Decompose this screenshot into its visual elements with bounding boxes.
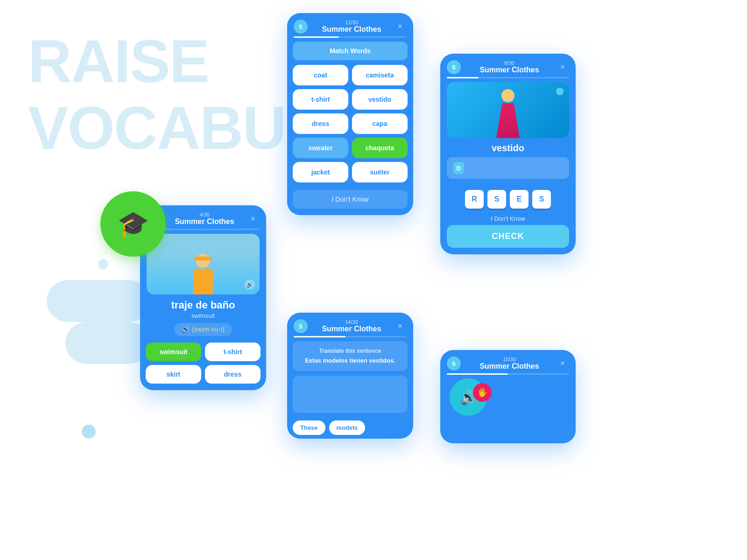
tile-s[interactable]: S (487, 190, 506, 209)
tile-s2[interactable]: S (532, 190, 551, 209)
card5-badge: 5 (447, 357, 461, 371)
dress-person-head (501, 89, 514, 102)
graduation-badge[interactable]: 🎓 (100, 191, 166, 257)
card4-progress: 14/30 (308, 319, 395, 325)
background-text: RAISE VOCABU (28, 28, 285, 161)
card2-progress-fill (294, 36, 339, 38)
deco-dot-1 (98, 259, 108, 269)
card3-dot (556, 88, 564, 95)
person-head (196, 254, 210, 268)
card1-translation: swimsuit (140, 312, 266, 319)
card3-title: Summer Clothes (479, 66, 539, 74)
answers-grid: swimsuit t-shirt skirt dress (140, 343, 266, 390)
spelling-input-area[interactable]: D (447, 157, 569, 179)
chip-models[interactable]: models (329, 420, 366, 435)
answer-tshirt[interactable]: t-shirt (205, 343, 261, 361)
card2-dont-know-button[interactable]: I Don't Know (293, 190, 408, 209)
card3-close-button[interactable]: × (558, 63, 567, 72)
card4-header-center: 14/30 Summer Clothes (308, 319, 395, 333)
match-words-label: Match Words (293, 42, 408, 60)
bg-line1: RAISE (28, 28, 285, 95)
match-jacket[interactable]: jacket (293, 162, 348, 182)
match-coat[interactable]: coat (293, 65, 348, 85)
translate-prompt: Translate this sentence Estas modelos ti… (293, 341, 408, 371)
card3-progress-bar (447, 77, 569, 78)
spelling-card: 5 8/30 Summer Clothes × vestido D R S E … (440, 54, 576, 254)
hand-icon: 🖐 (477, 387, 487, 398)
match-tshirt[interactable]: t-shirt (293, 89, 348, 110)
card1-header-center: 4/30 Summer Clothes (161, 212, 248, 226)
headband (194, 257, 212, 260)
card4-badge: 5 (294, 319, 308, 333)
translate-card: 5 14/30 Summer Clothes × Translate this … (287, 313, 413, 439)
deco-shape-2 (65, 322, 149, 364)
card4-progress-fill (294, 336, 345, 337)
bg-line2: VOCABU (28, 95, 285, 161)
card3-word: vestido (440, 143, 576, 154)
card5-progress-fill (447, 373, 508, 375)
spelling-input[interactable] (468, 164, 563, 172)
match-words-card: 5 12/30 Summer Clothes × Match Words coa… (287, 13, 413, 215)
card1-title: Summer Clothes (175, 217, 234, 225)
check-button[interactable]: CHECK (447, 225, 569, 248)
card3-dont-know-button[interactable]: I Don't Know (440, 215, 576, 222)
chip-these[interactable]: These (293, 420, 325, 435)
answer-area[interactable] (293, 376, 408, 413)
card3-header-center: 8/30 Summer Clothes (461, 60, 558, 74)
card3-header: 5 8/30 Summer Clothes × (440, 54, 576, 77)
hand-circle[interactable]: 🖐 (473, 383, 492, 402)
card2-progress-bar (294, 36, 407, 38)
card5-header: 5 15/30 Summer Clothes × (440, 350, 576, 373)
person-body (193, 269, 213, 294)
card5-header-center: 15/30 Summer Clothes (461, 357, 558, 371)
card1-progress: 4/30 (161, 212, 248, 217)
card4-progress-bar (294, 336, 407, 337)
match-vestido[interactable]: vestido (352, 89, 408, 110)
card1-close-button[interactable]: × (248, 214, 258, 224)
card3-image (447, 82, 569, 138)
card2-header-center: 12/30 Summer Clothes (308, 20, 395, 34)
translate-sentence: Estas modelos tienen vestidos. (305, 357, 395, 364)
match-chaqueta[interactable]: chaqueta (352, 138, 408, 158)
tile-e[interactable]: E (510, 190, 529, 209)
card5-content: 🔊 🖐 (440, 378, 576, 425)
card1-image: 🔊 (147, 234, 260, 294)
translate-label: Translate this sentence (298, 348, 402, 354)
answer-skirt[interactable]: skirt (146, 365, 201, 384)
audio-card: 5 15/30 Summer Clothes × 🔊 🖐 (440, 350, 576, 443)
match-sueter[interactable]: suéter (352, 162, 408, 182)
card4-close-button[interactable]: × (395, 322, 405, 331)
graduation-cap-icon: 🎓 (117, 209, 149, 239)
match-words-grid: coat camiseta t-shirt vestido dress capa… (287, 65, 413, 187)
deco-dot-2 (82, 425, 96, 439)
card3-progress: 8/30 (461, 60, 558, 66)
card2-badge: 5 (294, 20, 308, 34)
swimsuit-illustration (147, 234, 260, 294)
answer-dress[interactable]: dress (205, 365, 261, 384)
card5-progress: 15/30 (461, 357, 558, 362)
match-capa[interactable]: capa (352, 113, 408, 134)
match-sweater[interactable]: sweater (293, 138, 348, 158)
match-dress[interactable]: dress (293, 113, 348, 134)
input-prefix-badge: D (453, 162, 464, 174)
card1-word: traje de baño (140, 299, 266, 311)
pronunciation-button[interactable]: 🔊 [swɪm.suːt] (174, 323, 233, 336)
tile-r[interactable]: R (465, 190, 484, 209)
card3-badge: 5 (447, 60, 461, 74)
dress-shape (496, 103, 520, 138)
answer-swimsuit[interactable]: swimsuit (146, 343, 201, 361)
card5-title: Summer Clothes (479, 362, 539, 370)
card2-close-button[interactable]: × (395, 22, 405, 31)
card3-progress-fill (447, 77, 479, 78)
card1-audio-icon[interactable]: 🔊 (245, 280, 255, 290)
card2-title: Summer Clothes (322, 25, 381, 33)
card4-title: Summer Clothes (322, 325, 381, 333)
letter-tiles-row: R S E S (440, 185, 576, 210)
card2-header: 5 12/30 Summer Clothes × (287, 13, 413, 36)
match-camiseta[interactable]: camiseta (352, 65, 408, 85)
card4-header: 5 14/30 Summer Clothes × (287, 313, 413, 336)
card2-progress: 12/30 (308, 20, 395, 25)
dress-illustration (447, 82, 569, 138)
deco-shape-1 (47, 280, 149, 322)
card5-close-button[interactable]: × (558, 359, 567, 368)
